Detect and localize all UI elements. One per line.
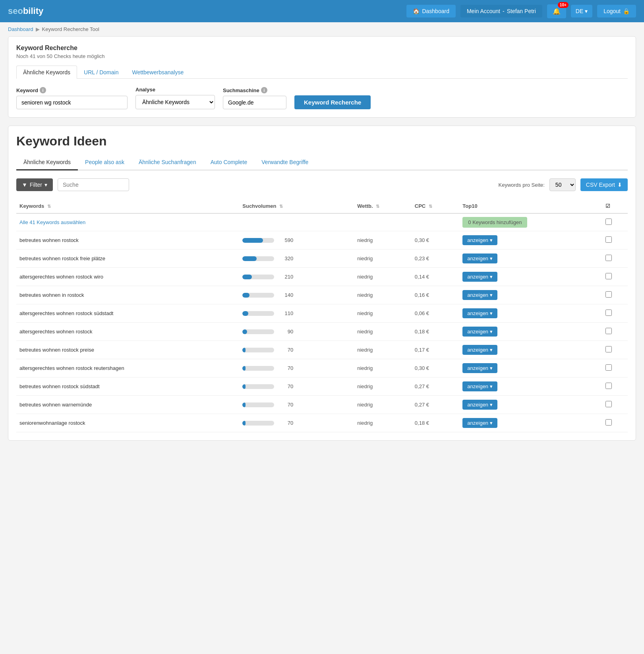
row-checkbox[interactable]: [605, 273, 612, 279]
anzeigen-button[interactable]: anzeigen ▾: [462, 308, 497, 318]
csv-export-button[interactable]: CSV Export ⬇: [580, 178, 628, 191]
volume-bar-track: [242, 293, 274, 298]
anzeigen-button[interactable]: anzeigen ▾: [462, 253, 497, 263]
tab-ideen-aehnliche[interactable]: Ähnliche Keywords: [16, 155, 78, 170]
col-wettb: Wettb. ⇅: [354, 199, 412, 213]
keyword-cell: altersgerechtes wohnen rostock südstadt: [16, 304, 239, 323]
keyword-cell: seniorenwohnanlage rostock: [16, 414, 239, 432]
wettb-cell: niedrig: [354, 323, 412, 341]
volume-bar-fill: [242, 256, 257, 261]
kw-per-page-select[interactable]: 10 25 50 100: [549, 178, 576, 191]
row-checkbox[interactable]: [605, 255, 612, 261]
keyword-recherche-button[interactable]: Keyword Recherche: [294, 95, 371, 109]
table-header-row: Keywords ⇅ Suchvolumen ⇅ Wettb. ⇅ CPC ⇅ …: [16, 199, 628, 213]
chevron-down-icon: ▾: [490, 365, 493, 371]
keyword-ideen-card: Keyword Ideen Ähnliche Keywords People a…: [8, 126, 636, 441]
anzeigen-button[interactable]: anzeigen ▾: [462, 327, 497, 337]
home-icon: 🏠: [413, 8, 420, 14]
volume-cell: 110: [239, 304, 354, 323]
tab-ideen-verwandte-begriffe[interactable]: Verwandte Begriffe: [254, 155, 315, 170]
volume-bar-track: [242, 238, 274, 243]
volume-cell: 70: [239, 359, 354, 377]
logout-button[interactable]: Logout 🔒: [597, 5, 636, 17]
row-checkbox[interactable]: [605, 383, 612, 389]
tab-ideen-auto-complete[interactable]: Auto Complete: [203, 155, 255, 170]
search-filter-input[interactable]: [58, 178, 129, 191]
filter-right: Keywords pro Seite: 10 25 50 100 CSV Exp…: [499, 178, 628, 191]
volume-number: 140: [277, 292, 293, 298]
anzeigen-button[interactable]: anzeigen ▾: [462, 345, 497, 355]
anzeigen-button[interactable]: anzeigen ▾: [462, 290, 497, 300]
suchmaschine-info-icon[interactable]: i: [261, 87, 267, 93]
breadcrumb-home[interactable]: Dashboard: [8, 26, 33, 32]
select-all-row: Alle 41 Keywords auswählen 0 Keywords hi…: [16, 213, 628, 231]
wettb-cell: niedrig: [354, 268, 412, 286]
add-keywords-button[interactable]: 0 Keywords hinzufügen: [462, 217, 527, 228]
tab-url-domain[interactable]: URL / Domain: [77, 66, 125, 79]
row-checkbox[interactable]: [605, 328, 612, 334]
volume-bar-fill: [242, 366, 246, 371]
row-checkbox[interactable]: [605, 419, 612, 426]
select-all-link[interactable]: Alle 41 Keywords auswählen: [19, 219, 85, 225]
dashboard-button[interactable]: 🏠 Dashboard: [406, 5, 456, 17]
wettb-cell: niedrig: [354, 377, 412, 396]
select-all-icon[interactable]: ☑: [605, 203, 610, 209]
checkbox-cell: [602, 286, 628, 304]
tab-ideen-aehnliche-suchanfragen[interactable]: Ähnliche Suchanfragen: [132, 155, 203, 170]
tab-ideen-people-also-ask[interactable]: People also ask: [78, 155, 132, 170]
analyse-select[interactable]: Ähnliche Keywords URL / Domain Wettbewer…: [135, 95, 215, 109]
row-checkbox[interactable]: [605, 346, 612, 352]
notification-button[interactable]: 🔔 10+: [547, 4, 566, 18]
keyword-cell: altersgerechtes wohnen rostock wiro: [16, 268, 239, 286]
sort-suchvolumen-icon[interactable]: ⇅: [279, 204, 283, 209]
anzeigen-button[interactable]: anzeigen ▾: [462, 400, 497, 410]
header: seobility 🏠 Dashboard Mein Account - Ste…: [0, 0, 644, 22]
row-checkbox[interactable]: [605, 401, 612, 407]
volume-number: 320: [277, 255, 293, 261]
select-all-checkbox[interactable]: [605, 219, 612, 225]
volume-number: 70: [277, 365, 293, 371]
suchmaschine-input[interactable]: [223, 96, 286, 109]
anzeigen-button[interactable]: anzeigen ▾: [462, 418, 497, 428]
sort-keywords-icon[interactable]: ⇅: [47, 204, 51, 209]
volume-number: 70: [277, 383, 293, 389]
row-checkbox[interactable]: [605, 310, 612, 316]
row-checkbox[interactable]: [605, 291, 612, 298]
cpc-cell: 0,06 €: [412, 304, 460, 323]
cpc-cell: 0,30 €: [412, 359, 460, 377]
keyword-cell: betreutes wohnen in rostock: [16, 286, 239, 304]
volume-bar-fill: [242, 402, 246, 407]
cpc-cell: 0,16 €: [412, 286, 460, 304]
filter-button[interactable]: ▼ Filter ▾: [16, 178, 53, 191]
keyword-cell: betreutes wohnen rostock preise: [16, 341, 239, 359]
language-button[interactable]: DE ▾: [571, 5, 592, 17]
anzeigen-button[interactable]: anzeigen ▾: [462, 381, 497, 391]
checkbox-cell: [602, 396, 628, 414]
chevron-down-icon: ▾: [490, 347, 493, 353]
row-checkbox[interactable]: [605, 236, 612, 243]
anzeigen-button[interactable]: anzeigen ▾: [462, 272, 497, 282]
sort-wettb-icon[interactable]: ⇅: [376, 204, 379, 209]
sort-cpc-icon[interactable]: ⇅: [429, 204, 432, 209]
anzeigen-button[interactable]: anzeigen ▾: [462, 235, 497, 245]
tab-wettbewerbsanalyse[interactable]: Wettbewerbsanalyse: [125, 66, 190, 79]
col-checkbox: ☑: [602, 199, 628, 213]
col-top10: Top10: [459, 199, 602, 213]
volume-cell: 140: [239, 286, 354, 304]
anzeigen-button[interactable]: anzeigen ▾: [462, 363, 497, 373]
tab-aehnliche-keywords[interactable]: Ähnliche Keywords: [16, 66, 77, 79]
chevron-down-icon: ▾: [490, 402, 493, 408]
recherche-title: Keyword Recherche: [16, 45, 628, 52]
top10-cell: anzeigen ▾: [459, 304, 602, 323]
volume-number: 590: [277, 237, 293, 243]
volume-bar-track: [242, 329, 274, 334]
keyword-input[interactable]: [16, 96, 128, 109]
account-button[interactable]: Mein Account - Stefan Petri: [460, 5, 542, 17]
row-checkbox[interactable]: [605, 364, 612, 371]
wettb-cell: niedrig: [354, 414, 412, 432]
suchmaschine-label: Suchmaschine i: [223, 87, 286, 93]
chevron-down-icon: ▾: [490, 255, 493, 261]
keyword-info-icon[interactable]: i: [40, 87, 46, 93]
keyword-cell: betreutes wohnen rostock freie plätze: [16, 250, 239, 268]
table-row: altersgerechtes wohnen rostock 90 niedri…: [16, 323, 628, 341]
